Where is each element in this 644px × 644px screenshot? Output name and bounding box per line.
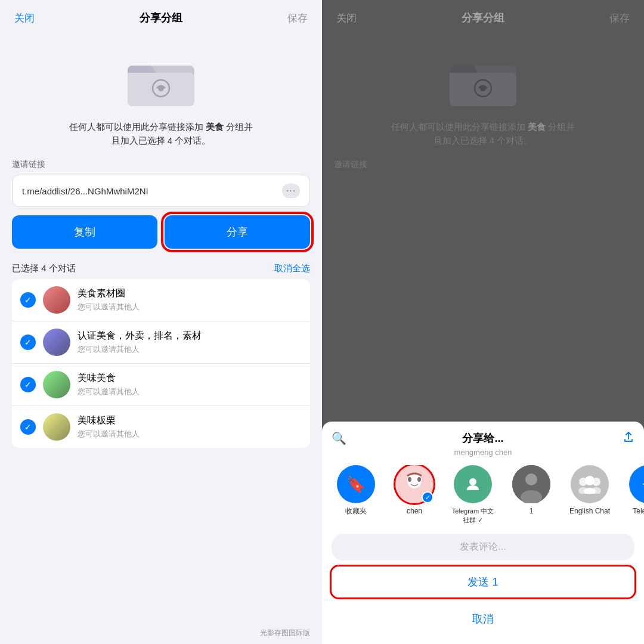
chat-info: 认证美食，外卖，排名，素材 您可以邀请其他人	[78, 330, 302, 355]
contact-name: TeleMe.io	[633, 507, 644, 516]
check-icon: ✓	[20, 377, 36, 392]
export-icon[interactable]	[623, 431, 634, 446]
chat-name: 认证美食，外卖，排名，素材	[78, 330, 302, 342]
contact-name: 收藏夹	[345, 507, 367, 516]
search-icon[interactable]: 🔍	[332, 431, 346, 445]
folder-icon-area	[0, 31, 322, 120]
share-contacts-row: 🔖 收藏夹	[322, 465, 644, 524]
share-popup: 🔍 分享给... mengmeng chen 🔖 收藏夹	[322, 422, 644, 644]
selected-header: 已选择 4 个对话 取消全选	[0, 263, 322, 279]
chat-list: ✓ 美食素材圈 您可以邀请其他人 ✓ 认证美食，外卖，排名，素材 您可以邀请其他…	[12, 279, 310, 448]
table-row[interactable]: ✓ 美味板栗 您可以邀请其他人	[12, 406, 310, 448]
chat-name: 美味板栗	[78, 414, 302, 427]
share-button[interactable]: 分享	[165, 215, 310, 249]
left-description: 任何人都可以使用此分享链接添加 美食 分组并且加入已选择 4 个对话。	[0, 120, 322, 147]
share-subtitle: mengmeng chen	[322, 448, 644, 457]
table-row[interactable]: ✓ 美味美食 您可以邀请其他人	[12, 364, 310, 406]
table-row[interactable]: ✓ 认证美食，外卖，排名，素材 您可以邀请其他人	[12, 321, 310, 364]
svg-point-12	[525, 473, 537, 485]
share-popup-header: 🔍 分享给...	[322, 431, 644, 448]
cancel-button[interactable]: 取消	[332, 603, 634, 634]
bookmark-avatar: 🔖	[337, 465, 375, 503]
avatar	[43, 413, 70, 441]
chat-sub: 您可以邀请其他人	[78, 302, 302, 312]
list-item[interactable]: 🔖 收藏夹	[329, 465, 383, 524]
invite-label: 邀请链接	[12, 159, 310, 170]
chat-name: 美食素材圈	[78, 287, 302, 300]
chat-info: 美味板栗 您可以邀请其他人	[78, 414, 302, 439]
share-title: 分享给...	[462, 431, 503, 445]
check-icon: ✓	[20, 335, 36, 350]
english-avatar	[571, 465, 609, 503]
svg-point-10	[469, 478, 476, 485]
svg-point-16	[592, 478, 600, 486]
selected-count: 已选择 4 个对话	[12, 263, 76, 274]
svg-point-8	[408, 477, 411, 482]
selected-check-icon: ✓	[422, 491, 434, 503]
list-item[interactable]: English Chat	[563, 465, 617, 524]
watermark: 光影存图国际版	[260, 628, 310, 638]
contact-name: chen	[407, 507, 422, 516]
check-icon: ✓	[20, 292, 36, 308]
invite-url: t.me/addlist/26...NGhMwhiM2NI	[22, 186, 148, 196]
one-avatar	[512, 465, 550, 503]
avatar	[571, 465, 609, 503]
list-item[interactable]: TeleMe.io	[621, 465, 644, 524]
contact-name: English Chat	[569, 507, 610, 516]
avatar	[43, 371, 70, 398]
send-button-wrapper: 发送 1	[332, 566, 634, 597]
left-header: 关闭 分享分组 保存	[0, 0, 322, 31]
left-title: 分享分组	[140, 11, 182, 25]
invite-box: t.me/addlist/26...NGhMwhiM2NI ···	[12, 175, 310, 207]
avatar	[629, 465, 644, 503]
folder-icon	[125, 49, 197, 109]
right-panel: 关闭 分享分组 保存 任何人都可以使用此分享链接添加 美食 分组并且加入已选择 …	[322, 0, 644, 644]
list-item[interactable]: 1	[504, 465, 558, 524]
chat-sub: 您可以邀请其他人	[78, 386, 302, 397]
table-row[interactable]: ✓ 美食素材圈 您可以邀请其他人	[12, 279, 310, 321]
contact-name: 1	[530, 507, 534, 516]
left-close-button[interactable]: 关闭	[14, 11, 35, 25]
teleme-avatar	[629, 465, 644, 503]
share-popup-overlay: 🔍 分享给... mengmeng chen 🔖 收藏夹	[322, 0, 644, 644]
avatar	[512, 465, 550, 503]
avatar	[43, 329, 70, 356]
avatar: 🔖	[337, 465, 375, 503]
list-item[interactable]: ✓ chen	[388, 465, 441, 524]
avatar: ✓	[395, 465, 434, 503]
action-buttons: 复制 分享	[12, 215, 310, 249]
avatar	[43, 286, 70, 314]
more-options-button[interactable]: ···	[282, 184, 300, 198]
chat-sub: 您可以邀请其他人	[78, 344, 302, 355]
chat-info: 美味美食 您可以邀请其他人	[78, 372, 302, 397]
send-button[interactable]: 发送 1	[332, 566, 634, 597]
deselect-all-button[interactable]: 取消全选	[274, 263, 310, 274]
chat-sub: 您可以邀请其他人	[78, 429, 302, 439]
chat-info: 美食素材圈 您可以邀请其他人	[78, 287, 302, 312]
svg-point-2	[158, 85, 164, 91]
contact-name: Telegram 中文社群 ✓	[452, 507, 494, 524]
tgcn-avatar	[454, 465, 492, 503]
list-item[interactable]: Telegram 中文社群 ✓	[446, 465, 500, 524]
chat-name: 美味美食	[78, 372, 302, 385]
svg-point-19	[592, 487, 601, 494]
comment-input[interactable]: 发表评论...	[332, 534, 634, 561]
check-icon: ✓	[20, 419, 36, 435]
left-invite-section: 邀请链接 t.me/addlist/26...NGhMwhiM2NI ··· 复…	[0, 159, 322, 263]
avatar	[454, 465, 492, 503]
copy-button[interactable]: 复制	[12, 215, 157, 249]
left-save-button[interactable]: 保存	[287, 11, 308, 25]
svg-point-9	[417, 477, 421, 482]
left-panel: 关闭 分享分组 保存 任何人都可以使用此分享链接添加 美食 分组并且加入已选择 …	[0, 0, 322, 644]
